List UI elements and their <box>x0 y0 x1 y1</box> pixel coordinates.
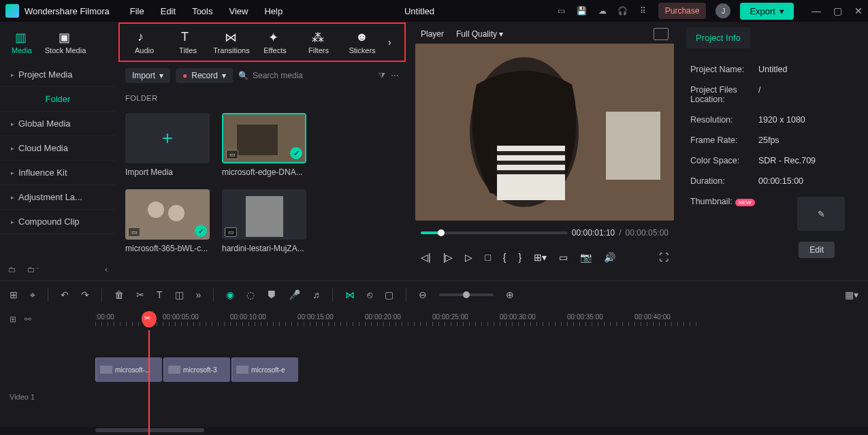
edit-thumb-icon: ✎ <box>818 209 825 219</box>
timeline-clip[interactable]: microsoft-3 <box>163 357 230 382</box>
menu-file[interactable]: File <box>130 6 144 16</box>
tab-titles[interactable]: TTitles <box>166 22 210 62</box>
menu-view[interactable]: View <box>229 6 248 16</box>
timeline-clip[interactable]: microsoft-... <box>95 357 162 382</box>
undo-icon[interactable]: ↶ <box>61 289 69 300</box>
project-info-tab[interactable]: Project Info <box>686 27 750 48</box>
sidebar-list: ▸Project Media Folder ▸Global Media ▸Clo… <box>0 63 116 259</box>
link-icon[interactable]: ⎋ <box>367 289 372 300</box>
camera-icon[interactable]: 📷 <box>580 252 592 263</box>
window-close-icon[interactable]: ✕ <box>854 5 863 16</box>
add-track-icon[interactable]: ⊞ <box>10 315 16 324</box>
tl-layout-icon[interactable]: ⊞ <box>10 289 18 300</box>
view-options-icon[interactable]: ▦▾ <box>845 289 858 300</box>
sidebar-item-cloud-media[interactable]: ▸Cloud Media <box>0 136 116 161</box>
tab-stock-media[interactable]: ▣ Stock Media <box>44 22 87 62</box>
proj-location-label: Project Files Location: <box>690 85 758 104</box>
tabs-scroll-right-icon[interactable]: › <box>388 37 402 48</box>
image-type-icon: ▭ <box>225 227 237 237</box>
mark-out-icon[interactable]: } <box>518 252 521 263</box>
marker-icon[interactable]: ▢ <box>385 289 393 300</box>
filter-icon[interactable]: ⧩ <box>379 71 385 80</box>
zoom-in-icon[interactable]: ⊕ <box>506 289 514 300</box>
sidebar-item-adjustment-layer[interactable]: ▸Adjustment La... <box>0 185 116 210</box>
quality-select[interactable]: Full Quality ▾ <box>456 29 503 39</box>
display-icon[interactable]: ▭ <box>559 252 568 263</box>
headphones-icon[interactable]: 🎧 <box>617 5 628 16</box>
player-label[interactable]: Player <box>421 29 444 39</box>
menu-help[interactable]: Help <box>264 6 283 16</box>
record-dot-icon: ● <box>182 71 187 80</box>
cloud-icon[interactable]: ☁ <box>597 5 608 16</box>
tab-transitions[interactable]: ⋈Transitions <box>210 22 253 62</box>
sidebar-item-folder[interactable]: Folder <box>0 87 116 112</box>
media-item[interactable]: ▭ ✓ microsoft-edge-DNA... <box>222 113 306 177</box>
snapshot-icon[interactable] <box>654 28 669 40</box>
magnet-icon[interactable]: ⋈ <box>345 289 355 300</box>
svg-rect-14 <box>497 170 565 174</box>
volume-icon[interactable]: 🔊 <box>604 252 615 263</box>
sidebar-item-influence-kit[interactable]: ▸Influence Kit <box>0 161 116 185</box>
sidebar-item-global-media[interactable]: ▸Global Media <box>0 112 116 136</box>
ratio-icon[interactable]: ⊞▾ <box>534 252 547 263</box>
expand-icon: ▸ <box>11 219 14 225</box>
tab-media[interactable]: ▥ Media <box>0 22 44 62</box>
tab-effects[interactable]: ✦Effects <box>253 22 297 62</box>
more-icon[interactable]: ⋯ <box>391 71 399 80</box>
play-icon[interactable]: ▷ <box>465 252 472 263</box>
more-tools-icon[interactable]: » <box>196 289 202 300</box>
save-icon[interactable]: 💾 <box>577 5 588 16</box>
delete-icon[interactable]: 🗑 <box>114 289 124 300</box>
music-icon[interactable]: ♬ <box>312 289 320 300</box>
apps-icon[interactable]: ⠿ <box>638 5 649 16</box>
ai-icon[interactable]: ◉ <box>226 289 234 300</box>
prev-frame-icon[interactable]: ◁| <box>421 252 431 263</box>
preview-viewport[interactable] <box>415 44 674 221</box>
window-minimize-icon[interactable]: — <box>811 5 821 16</box>
media-item-import[interactable]: + Import Media <box>125 113 210 177</box>
new-folder-icon[interactable]: 🗀 <box>8 265 16 274</box>
tl-pointer-icon[interactable]: ⌖ <box>30 289 35 301</box>
crop-icon[interactable]: ◫ <box>175 289 184 300</box>
fullscreen-icon[interactable]: ⛶ <box>659 252 669 263</box>
media-item[interactable]: ▭ ✓ microsoft-365-bWL-c... <box>125 189 210 253</box>
progress-slider[interactable] <box>421 231 568 234</box>
timeline-ruler[interactable]: :00:00 00:00:05:00 00:00:10:00 00:00:15:… <box>95 313 868 326</box>
window-maximize-icon[interactable]: ▢ <box>833 5 842 16</box>
search-input[interactable]: 🔍 Search media <box>238 71 373 80</box>
record-button[interactable]: ●Record▾ <box>176 68 233 83</box>
redo-icon[interactable]: ↷ <box>81 289 89 300</box>
cut-icon[interactable]: ✂ <box>136 289 144 300</box>
mark-in-icon[interactable]: { <box>503 252 507 263</box>
timeline-scrollbar[interactable] <box>0 427 868 434</box>
zoom-slider[interactable] <box>439 293 494 296</box>
purchase-button[interactable]: Purchase <box>658 3 707 19</box>
link-tracks-icon[interactable]: ⚯ <box>25 315 31 324</box>
menu-tools[interactable]: Tools <box>192 6 212 16</box>
stop-icon[interactable]: □ <box>485 252 490 263</box>
text-icon[interactable]: T <box>157 289 163 300</box>
user-avatar[interactable]: J <box>716 3 730 18</box>
timeline-clip[interactable]: microsoft-e <box>231 357 298 382</box>
collapse-sidebar-icon[interactable]: ‹ <box>105 265 108 274</box>
sidebar-item-compound-clip[interactable]: ▸Compound Clip <box>0 210 116 234</box>
device-icon[interactable]: ▭ <box>556 5 567 16</box>
delete-folder-icon[interactable]: 🗀⁻ <box>27 265 39 274</box>
playhead[interactable] <box>148 330 150 435</box>
edit-button[interactable]: Edit <box>799 242 835 258</box>
sidebar-item-project-media[interactable]: ▸Project Media <box>0 63 116 87</box>
next-frame-icon[interactable]: |▷ <box>443 252 453 263</box>
tab-filters[interactable]: ⁂Filters <box>297 22 340 62</box>
menu-edit[interactable]: Edit <box>161 6 176 16</box>
tab-stickers[interactable]: ☻Stickers <box>340 22 384 62</box>
shield-icon[interactable]: ⛊ <box>267 289 276 300</box>
zoom-out-icon[interactable]: ⊖ <box>419 289 427 300</box>
import-button[interactable]: Import▾ <box>125 68 170 83</box>
export-button[interactable]: Export ▾ <box>740 3 794 20</box>
color-icon[interactable]: ◌ <box>246 289 255 300</box>
tab-audio[interactable]: ♪Audio <box>123 22 166 62</box>
expand-icon: ▸ <box>11 194 14 201</box>
thumbnail-button[interactable]: ✎ <box>797 197 845 231</box>
mic-icon[interactable]: 🎤 <box>289 289 300 300</box>
media-item[interactable]: ▭ hardini-lestari-MujZA... <box>222 189 306 253</box>
